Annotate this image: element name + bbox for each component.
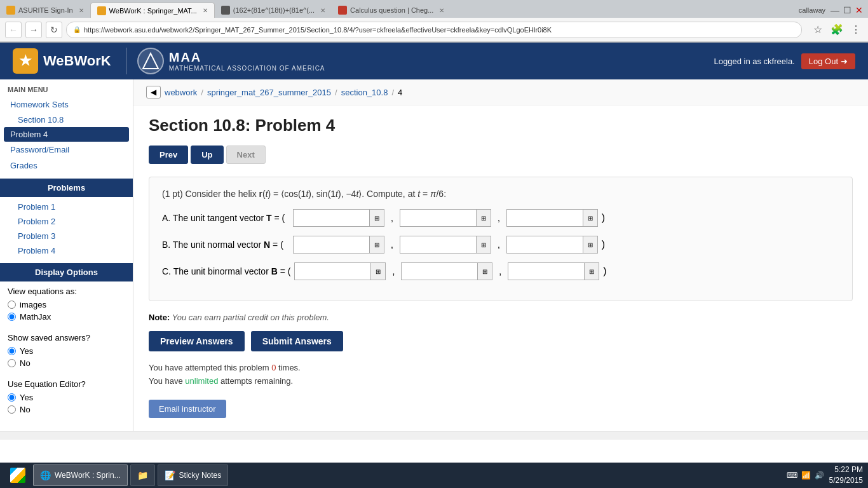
part-a-row: A. The unit tangent vector T = ( ⊞ , ⊞ ,… [162, 209, 839, 227]
radio-mathjax-input[interactable] [8, 313, 16, 321]
sidebar-item-problem3[interactable]: Problem 3 [0, 229, 133, 243]
sidebar-item-problem1[interactable]: Problem 1 [0, 200, 133, 214]
attempt-unlimited: unlimited [185, 376, 218, 386]
comma-b-1: , [391, 240, 393, 250]
part-c-input-2[interactable] [401, 262, 477, 280]
browser-tab-2[interactable]: WeBWorK : Springer_MAT... ✕ [90, 3, 215, 18]
part-c-input-2-group: ⊞ [401, 262, 492, 280]
prev-button[interactable]: Prev [149, 146, 188, 164]
sidebar: MAIN MENU Homework Sets Section 10.8 Pro… [0, 79, 133, 431]
tab-favicon-4 [338, 6, 347, 15]
part-b-grid-btn-2[interactable]: ⊞ [476, 236, 491, 254]
maximize-btn[interactable]: ☐ [843, 5, 851, 15]
part-a-grid-btn-1[interactable]: ⊞ [369, 209, 384, 227]
forward-button[interactable]: → [25, 22, 42, 38]
next-button: Next [226, 146, 266, 164]
sidebar-item-problem4-list[interactable]: Problem 4 [0, 243, 133, 258]
up-button[interactable]: Up [191, 146, 223, 164]
comma-a-2: , [498, 213, 500, 223]
part-c-grid-btn-1[interactable]: ⊞ [370, 262, 386, 280]
browser-tab-4[interactable]: Calculus question | Cheg... ✕ [332, 3, 451, 18]
part-a-grid-btn-3[interactable]: ⊞ [583, 209, 598, 227]
radio-editor-no-input[interactable] [8, 405, 16, 414]
radio-images-input[interactable] [8, 301, 16, 309]
breadcrumb-sep-3: / [391, 88, 394, 97]
part-a-input-1[interactable] [293, 209, 369, 227]
lock-icon: 🔒 [73, 26, 81, 33]
minimize-btn[interactable]: — [831, 5, 839, 15]
sidebar-item-password-email[interactable]: Password/Email [0, 142, 133, 158]
tab-close-4[interactable]: ✕ [439, 7, 444, 14]
submit-answers-button[interactable]: Submit Answers [251, 331, 343, 351]
radio-images[interactable]: images [8, 299, 125, 311]
radio-saved-no-input[interactable] [8, 359, 16, 367]
radio-editor-yes-input[interactable] [8, 393, 16, 402]
tab-close-1[interactable]: ✕ [79, 7, 84, 14]
view-equations-label: View equations as: [8, 287, 125, 296]
radio-editor-no-label: No [20, 405, 31, 414]
sidebar-item-homework-sets[interactable]: Homework Sets [0, 97, 133, 112]
part-a-input-3[interactable] [506, 209, 583, 227]
preview-answers-button[interactable]: Preview Answers [149, 331, 245, 351]
radio-saved-yes[interactable]: Yes [8, 345, 125, 357]
part-a-input-2[interactable] [400, 209, 476, 227]
site-header: ★ WeBWorK MAA MATHEMATICAL ASSOCIATION O… [0, 43, 868, 79]
part-a-grid-btn-2[interactable]: ⊞ [476, 209, 491, 227]
breadcrumb-link-webwork[interactable]: webwork [165, 88, 197, 97]
site-name: WeBWorK [43, 53, 111, 69]
part-b-grid-btn-1[interactable]: ⊞ [369, 236, 384, 254]
logout-button[interactable]: Log Out ➜ [801, 53, 855, 69]
tab-close-2[interactable]: ✕ [203, 7, 208, 14]
problem-statement: (1 pt) Consider the helix r(t) = ⟨cos(1t… [162, 189, 839, 199]
radio-editor-no[interactable]: No [8, 403, 125, 416]
tab-label-4: Calculus question | Cheg... [350, 6, 433, 14]
part-c-input-1[interactable] [294, 262, 370, 280]
breadcrumb-link-section[interactable]: section_10.8 [341, 88, 388, 97]
bookmark-icon[interactable]: ☆ [811, 23, 825, 37]
address-bar[interactable]: 🔒 https://webwork.asu.edu/webwork2/Sprin… [66, 22, 802, 38]
tab-favicon-2 [97, 6, 106, 15]
part-a-input-2-group: ⊞ [400, 209, 491, 227]
tab-bar: ASURITE Sign-In ✕ WeBWorK : Springer_MAT… [0, 0, 868, 18]
sidebar-item-problem4[interactable]: Problem 4 [4, 127, 129, 142]
radio-saved-no[interactable]: No [8, 357, 125, 369]
part-b-grid-btn-3[interactable]: ⊞ [583, 236, 598, 254]
sidebar-item-section[interactable]: Section 10.8 [0, 112, 133, 127]
horizontal-scrollbar[interactable] [0, 431, 868, 440]
breadcrumb-link-course[interactable]: springer_mat_267_summer_2015 [207, 88, 331, 97]
part-c-input-3[interactable] [508, 262, 584, 280]
radio-saved-no-label: No [20, 358, 31, 368]
part-c-grid-btn-2[interactable]: ⊞ [477, 262, 492, 280]
tab-label-1: ASURITE Sign-In [18, 6, 73, 14]
browser-tab-3[interactable]: (162+(81e^(18t))+(81e^(... ✕ [215, 3, 332, 18]
radio-editor-yes[interactable]: Yes [8, 391, 125, 403]
part-b-input-3-group: ⊞ [506, 236, 598, 254]
problem-content-box: (1 pt) Consider the helix r(t) = ⟨cos(1t… [149, 177, 853, 301]
maa-subtitle: MATHEMATICAL ASSOCIATION OF AMERICA [169, 65, 325, 72]
sidebar-item-grades[interactable]: Grades [0, 158, 133, 173]
part-b-input-1[interactable] [293, 236, 369, 254]
part-c-label: C. The unit binormal vector B = ( [162, 266, 290, 276]
reload-button[interactable]: ↻ [46, 22, 62, 38]
radio-saved-yes-input[interactable] [8, 347, 16, 355]
maa-name: MAA [169, 50, 325, 65]
close-btn[interactable]: ✕ [855, 5, 863, 15]
part-b-input-2[interactable] [400, 236, 476, 254]
browser-nav-icons: ☆ 🧩 ⋮ [811, 23, 863, 37]
tab-close-3[interactable]: ✕ [320, 7, 325, 14]
attempt-line-1: You have attempted this problem 0 times. [149, 362, 853, 375]
extensions-icon[interactable]: 🧩 [830, 23, 844, 37]
part-c-grid-btn-3[interactable]: ⊞ [584, 262, 599, 280]
part-b-input-3[interactable] [506, 236, 583, 254]
browser-tab-1[interactable]: ASURITE Sign-In ✕ [0, 3, 90, 18]
radio-mathjax[interactable]: MathJax [8, 311, 125, 323]
paren-b-close: ) [602, 239, 605, 250]
part-a-input-1-group: ⊞ [293, 209, 384, 227]
radio-editor-yes-label: Yes [20, 393, 33, 402]
email-instructor-button[interactable]: Email instructor [149, 400, 226, 418]
back-button[interactable]: ← [5, 22, 22, 38]
part-b-row: B. The unit normal vector N = ( ⊞ , ⊞ , … [162, 236, 839, 254]
menu-icon[interactable]: ⋮ [849, 23, 863, 37]
sidebar-item-problem2[interactable]: Problem 2 [0, 214, 133, 229]
breadcrumb-back-button[interactable]: ◀ [146, 86, 161, 98]
